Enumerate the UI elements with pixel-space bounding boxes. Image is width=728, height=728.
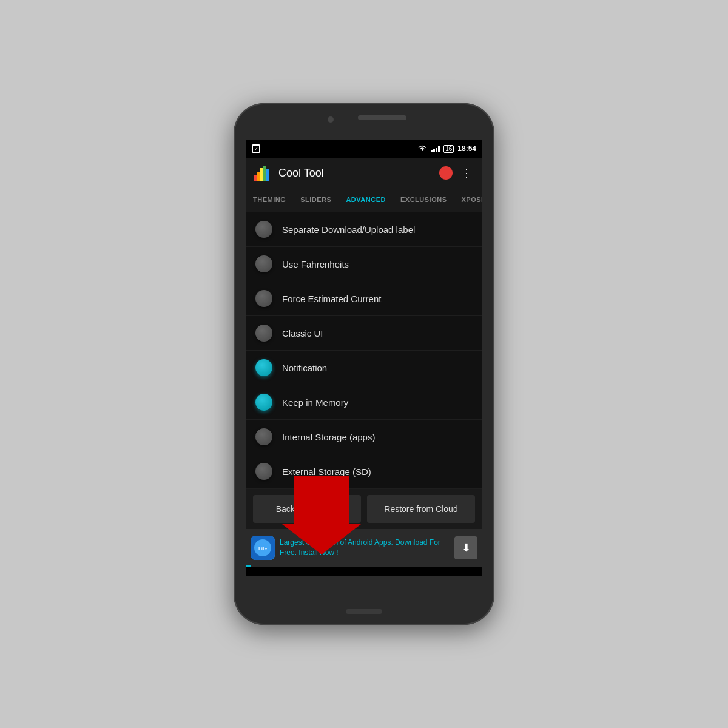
home-button[interactable] bbox=[346, 609, 382, 614]
toggle-external-storage[interactable] bbox=[255, 463, 272, 480]
tab-xposed[interactable]: XPOSED bbox=[454, 188, 482, 211]
signal-icon bbox=[431, 145, 440, 152]
toggle-classic-ui[interactable] bbox=[255, 325, 272, 342]
content-area: Separate Download/Upload label Use Fahre… bbox=[246, 212, 482, 489]
list-item[interactable]: Keep in Memory bbox=[246, 385, 482, 420]
restore-from-cloud-button[interactable]: Restore from Cloud bbox=[367, 495, 475, 523]
tab-sliders[interactable]: SLIDERS bbox=[293, 188, 339, 211]
toggle-keep-memory[interactable] bbox=[255, 394, 272, 411]
toggle-notification[interactable] bbox=[255, 359, 272, 376]
ad-progress-bar bbox=[246, 565, 251, 567]
toggle-internal-storage[interactable] bbox=[255, 428, 272, 445]
bottom-strip bbox=[246, 567, 482, 576]
svg-rect-3 bbox=[263, 166, 266, 181]
notification-icon: ✓ bbox=[252, 144, 260, 153]
ad-section: Lite Largest Collection of Android Apps.… bbox=[246, 529, 482, 567]
list-item[interactable]: Separate Download/Upload label bbox=[246, 212, 482, 247]
tab-exclusions[interactable]: EXCLUSIONS bbox=[393, 188, 454, 211]
download-icon: ⬇ bbox=[462, 541, 471, 554]
wifi-icon bbox=[417, 144, 427, 153]
camera-icon bbox=[328, 116, 334, 123]
speaker bbox=[358, 115, 406, 120]
item-force-current-label: Force Estimated Current bbox=[282, 294, 381, 304]
list-item[interactable]: Classic UI bbox=[246, 316, 482, 351]
phone-screen: ✓ bbox=[246, 140, 482, 576]
status-bar: ✓ bbox=[246, 140, 482, 158]
item-internal-storage-label: Internal Storage (apps) bbox=[282, 432, 375, 442]
status-left: ✓ bbox=[252, 144, 260, 153]
svg-rect-2 bbox=[260, 168, 263, 181]
tab-theming[interactable]: THEMING bbox=[246, 188, 293, 211]
record-button[interactable] bbox=[439, 166, 453, 180]
phone-device: ✓ bbox=[234, 103, 494, 625]
ad-banner: Lite Largest Collection of Android Apps.… bbox=[246, 529, 482, 567]
item-keep-memory-label: Keep in Memory bbox=[282, 397, 348, 408]
toggle-force-current[interactable] bbox=[255, 290, 272, 307]
ad-icon: Lite bbox=[251, 536, 275, 560]
battery-indicator: 16 bbox=[443, 145, 454, 153]
list-item[interactable]: External Storage (SD) bbox=[246, 454, 482, 489]
ad-download-button[interactable]: ⬇ bbox=[454, 536, 477, 559]
overflow-menu-icon[interactable]: ⋮ bbox=[459, 166, 475, 180]
svg-text:Lite: Lite bbox=[258, 546, 268, 551]
toggle-separate-download[interactable] bbox=[255, 221, 272, 238]
svg-rect-4 bbox=[266, 169, 269, 181]
app-logo bbox=[253, 163, 272, 183]
list-item[interactable]: Notification bbox=[246, 351, 482, 385]
list-item[interactable]: Internal Storage (apps) bbox=[246, 420, 482, 454]
app-title: Cool Tool bbox=[278, 167, 433, 180]
tabs-bar: THEMING SLIDERS ADVANCED EXCLUSIONS XPOS… bbox=[246, 188, 482, 212]
item-fahrenheit-label: Use Fahrenheits bbox=[282, 259, 349, 269]
tab-advanced[interactable]: ADVANCED bbox=[339, 188, 393, 211]
list-item[interactable]: Force Estimated Current bbox=[246, 281, 482, 316]
item-separate-download-label: Separate Download/Upload label bbox=[282, 224, 415, 235]
backup-to-cloud-button[interactable]: Backup to Cloud bbox=[253, 495, 361, 523]
status-right: 16 18:54 bbox=[417, 144, 476, 153]
app-bar: Cool Tool ⋮ bbox=[246, 158, 482, 188]
item-external-storage-label: External Storage (SD) bbox=[282, 467, 371, 477]
toggle-fahrenheit[interactable] bbox=[255, 255, 272, 272]
ad-text: Largest Collection of Android Apps. Down… bbox=[280, 538, 450, 558]
svg-rect-0 bbox=[254, 175, 257, 181]
item-notification-label: Notification bbox=[282, 363, 327, 373]
svg-rect-1 bbox=[257, 172, 260, 181]
button-row: Backup to Cloud Restore from Cloud bbox=[246, 489, 482, 529]
list-item[interactable]: Use Fahrenheits bbox=[246, 247, 482, 281]
item-classic-ui-label: Classic UI bbox=[282, 328, 323, 339]
status-time: 18:54 bbox=[457, 144, 476, 153]
